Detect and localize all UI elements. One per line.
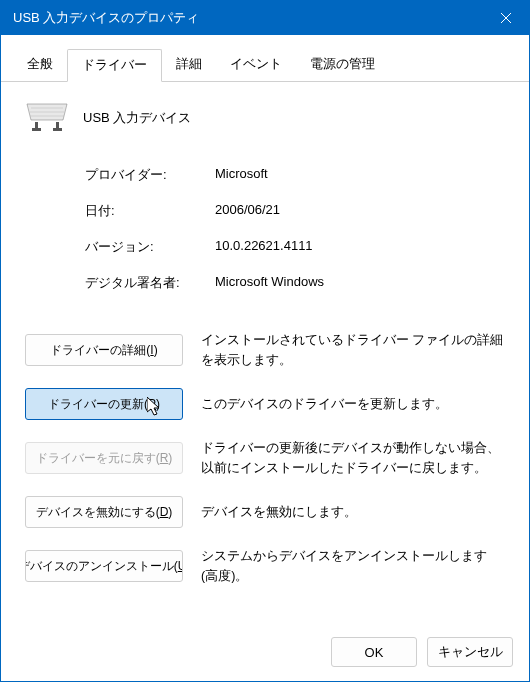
date-label: 日付: — [85, 202, 215, 220]
content-area: 全般 ドライバー 詳細 イベント 電源の管理 USB 入力デバイス — [1, 35, 529, 681]
window-title: USB 入力デバイスのプロパティ — [13, 9, 199, 27]
driver-details-row: ドライバーの詳細(I) インストールされているドライバー ファイルの詳細を表示し… — [25, 330, 505, 370]
provider-label: プロバイダー: — [85, 166, 215, 184]
signer-row: デジタル署名者: Microsoft Windows — [85, 274, 505, 292]
disable-device-row: デバイスを無効にする(D) デバイスを無効にします。 — [25, 496, 505, 528]
dialog-footer: OK キャンセル — [1, 627, 529, 681]
titlebar: USB 入力デバイスのプロパティ — [1, 1, 529, 35]
update-driver-row: ドライバーの更新(P) このデバイスのドライバーを更新します。 — [25, 388, 505, 420]
disable-device-button[interactable]: デバイスを無効にする(D) — [25, 496, 183, 528]
provider-value: Microsoft — [215, 166, 268, 184]
close-button[interactable] — [483, 1, 529, 35]
provider-row: プロバイダー: Microsoft — [85, 166, 505, 184]
driver-details-desc: インストールされているドライバー ファイルの詳細を表示します。 — [201, 330, 505, 370]
device-name: USB 入力デバイス — [83, 109, 191, 127]
svg-rect-6 — [32, 128, 41, 131]
cancel-button[interactable]: キャンセル — [427, 637, 513, 667]
svg-rect-7 — [53, 128, 62, 131]
uninstall-device-row: デバイスのアンインストール(U) システムからデバイスをアンインストールします … — [25, 546, 505, 586]
close-icon — [501, 13, 511, 23]
keyboard-icon — [25, 100, 69, 136]
signer-label: デジタル署名者: — [85, 274, 215, 292]
tab-general[interactable]: 全般 — [13, 49, 67, 81]
uninstall-device-button[interactable]: デバイスのアンインストール(U) — [25, 550, 183, 582]
tab-driver[interactable]: ドライバー — [67, 49, 162, 82]
tab-power[interactable]: 電源の管理 — [296, 49, 389, 81]
rollback-driver-row: ドライバーを元に戻す(R) ドライバーの更新後にデバイスが動作しない場合、以前に… — [25, 438, 505, 478]
signer-value: Microsoft Windows — [215, 274, 324, 292]
version-row: バージョン: 10.0.22621.4111 — [85, 238, 505, 256]
tab-body-driver: USB 入力デバイス プロバイダー: Microsoft 日付: 2006/06… — [1, 82, 529, 627]
device-header: USB 入力デバイス — [25, 100, 505, 136]
ok-button[interactable]: OK — [331, 637, 417, 667]
rollback-driver-desc: ドライバーの更新後にデバイスが動作しない場合、以前にインストールしたドライバーに… — [201, 438, 505, 478]
driver-details-button[interactable]: ドライバーの詳細(I) — [25, 334, 183, 366]
uninstall-device-desc: システムからデバイスをアンインストールします (高度)。 — [201, 546, 505, 586]
update-driver-desc: このデバイスのドライバーを更新します。 — [201, 394, 505, 414]
disable-device-desc: デバイスを無効にします。 — [201, 502, 505, 522]
version-label: バージョン: — [85, 238, 215, 256]
date-value: 2006/06/21 — [215, 202, 280, 220]
rollback-driver-button: ドライバーを元に戻す(R) — [25, 442, 183, 474]
driver-info-table: プロバイダー: Microsoft 日付: 2006/06/21 バージョン: … — [85, 166, 505, 310]
update-driver-button[interactable]: ドライバーの更新(P) — [25, 388, 183, 420]
date-row: 日付: 2006/06/21 — [85, 202, 505, 220]
actions-list: ドライバーの詳細(I) インストールされているドライバー ファイルの詳細を表示し… — [25, 330, 505, 586]
tab-strip: 全般 ドライバー 詳細 イベント 電源の管理 — [1, 35, 529, 82]
tab-details[interactable]: 詳細 — [162, 49, 216, 81]
properties-dialog: USB 入力デバイスのプロパティ 全般 ドライバー 詳細 イベント 電源の管理 — [0, 0, 530, 682]
version-value: 10.0.22621.4111 — [215, 238, 313, 256]
tab-events[interactable]: イベント — [216, 49, 296, 81]
